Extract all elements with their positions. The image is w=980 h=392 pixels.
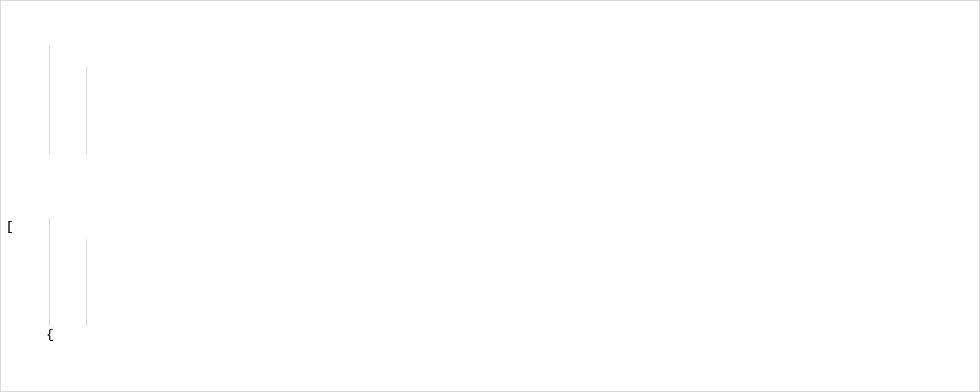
json-object-open: { bbox=[1, 324, 979, 346]
json-array-open: [ bbox=[1, 216, 979, 238]
json-viewer[interactable]: [ { "block_id_0": { "acl_stored_hash": "… bbox=[0, 0, 980, 392]
